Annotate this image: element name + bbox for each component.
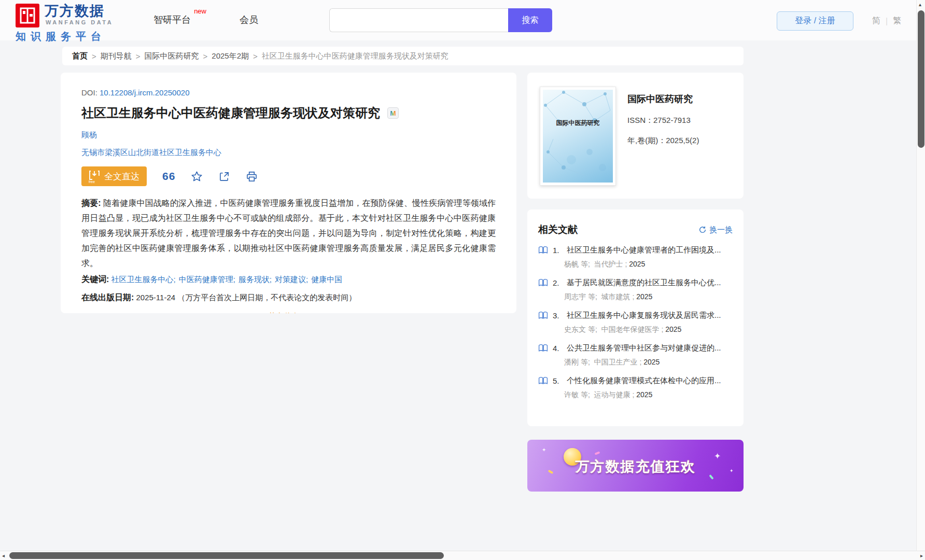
related-item-number: 2. bbox=[553, 278, 562, 287]
article-card: DOI: 10.12208/j.ircm.20250020 社区卫生服务中心中医… bbox=[61, 73, 516, 313]
related-item: 4. 公共卫生服务管理中社区参与对健康促进的... 潘刚 等; 中国卫生产业 ;… bbox=[538, 343, 733, 367]
issn-label: ISSN： bbox=[627, 116, 653, 124]
article-title: 社区卫生服务中心中医药健康管理服务现状及对策研究 bbox=[81, 105, 380, 121]
author-line: 顾杨 bbox=[81, 130, 496, 140]
logo-subtitle: WANFANG DATA bbox=[46, 19, 113, 25]
breadcrumb: 首页 > 期刊导航 > 国际中医药研究 > 2025年2期 > 社区卫生服务中心… bbox=[62, 47, 744, 65]
related-item: 3. 社区卫生服务中心康复服务现状及居民需求... 史东文 等; 中国老年保健医… bbox=[538, 311, 733, 334]
keyword-link[interactable]: 中医药健康管理; bbox=[179, 275, 235, 284]
volume-label: 年,卷(期)： bbox=[627, 136, 666, 145]
related-item-meta: 潘刚 等; 中国卫生产业 ; 2025 bbox=[538, 358, 733, 367]
search-input[interactable] bbox=[329, 8, 508, 32]
lang-traditional[interactable]: 繁 bbox=[893, 16, 901, 26]
keyword-link[interactable]: 服务现状; bbox=[239, 275, 272, 284]
login-register-button[interactable]: 登录 / 注册 bbox=[777, 11, 853, 31]
related-item: 2. 基于居民就医满意度的社区卫生服务中心优... 周志宇 等; 城市建筑 ; … bbox=[538, 278, 733, 302]
related-item-title[interactable]: 基于居民就医满意度的社区卫生服务中心优... bbox=[567, 278, 721, 288]
breadcrumb-journal[interactable]: 国际中医药研究 bbox=[145, 51, 199, 61]
related-item: 5. 个性化服务健康管理模式在体检中心的应用... 许敏 等; 运动与健康 ; … bbox=[538, 376, 733, 400]
scroll-left-arrow[interactable]: ◂ bbox=[2, 553, 5, 558]
promo-banner[interactable]: ✦ ✦ ✦ 万方数据充值狂欢 bbox=[527, 440, 744, 492]
breadcrumb-separator: > bbox=[92, 52, 96, 61]
breadcrumb-home[interactable]: 首页 bbox=[72, 51, 88, 61]
pubdate-note: （万方平台首次上网日期，不代表论文的发表时间） bbox=[177, 293, 356, 302]
scroll-right-arrow[interactable]: ▸ bbox=[920, 553, 923, 558]
site-logo[interactable]: 万方数据 WANFANG DATA 知识服务平台 bbox=[16, 4, 113, 44]
journal-card: 国际中医药研究 国际中医药研究 ISSN：2752-7913 年,卷(期)：20… bbox=[527, 73, 744, 199]
logo-title: 万方数据 bbox=[45, 4, 113, 18]
cite-icon[interactable]: 66 bbox=[162, 170, 175, 183]
issn-value: 2752-7913 bbox=[653, 116, 691, 124]
related-literature-card: 相关文献 换一换 1. 社区卫生服务中心健康管理者的工作困境及... 杨帆 等;… bbox=[527, 209, 744, 426]
print-icon[interactable] bbox=[246, 171, 258, 183]
related-item-number: 5. bbox=[553, 376, 562, 385]
abstract-label: 摘要: bbox=[81, 199, 101, 207]
favorite-star-icon[interactable] bbox=[191, 171, 203, 183]
promo-banner-text: 万方数据充值狂欢 bbox=[527, 457, 744, 476]
breadcrumb-separator: > bbox=[136, 52, 141, 61]
abstract-text: 随着健康中国战略的深入推进，中医药健康管理服务重视度日益增加，在预防保健、慢性疾… bbox=[81, 199, 496, 268]
related-title: 相关文献 bbox=[538, 223, 578, 236]
vertical-scrollbar-thumb[interactable] bbox=[918, 10, 924, 148]
lang-simplified[interactable]: 简 bbox=[872, 16, 880, 26]
book-icon bbox=[538, 278, 548, 287]
wanfang-logo-icon bbox=[16, 4, 39, 27]
scroll-up-arrow[interactable]: ▴ bbox=[919, 2, 921, 7]
breadcrumb-separator: > bbox=[253, 52, 258, 61]
abstract: 摘要: 随着健康中国战略的深入推进，中医药健康管理服务重视度日益增加，在预防保健… bbox=[81, 195, 496, 271]
related-item-meta: 史东文 等; 中国老年保健医学 ; 2025 bbox=[538, 325, 733, 334]
fulltext-button[interactable]: free 全文直达 bbox=[81, 166, 147, 186]
refresh-related-button[interactable]: 换一换 bbox=[698, 225, 733, 235]
pubdate-label: 在线出版日期: bbox=[81, 293, 134, 302]
book-icon bbox=[538, 246, 548, 255]
nav-item-member[interactable]: 会员 bbox=[240, 13, 258, 26]
breadcrumb-issue[interactable]: 2025年2期 bbox=[212, 51, 249, 61]
vertical-scrollbar[interactable]: ▴ bbox=[916, 0, 925, 551]
breadcrumb-separator: > bbox=[203, 52, 208, 61]
breadcrumb-journal-nav[interactable]: 期刊导航 bbox=[101, 51, 132, 61]
language-switch: 简 | 繁 bbox=[872, 16, 901, 26]
doi-link[interactable]: 10.12208/j.ircm.20250020 bbox=[100, 88, 189, 97]
new-badge: new bbox=[194, 7, 206, 15]
related-item-title[interactable]: 社区卫生服务中心康复服务现状及居民需求... bbox=[567, 311, 721, 320]
search-bar: 搜索 bbox=[329, 8, 552, 32]
keyword-link[interactable]: 社区卫生服务中心; bbox=[111, 275, 176, 284]
journal-cover[interactable]: 国际中医药研究 bbox=[540, 87, 616, 186]
journal-volume: 年,卷(期)：2025,5(2) bbox=[627, 136, 699, 146]
english-info-toggle[interactable]: 英文信息 bbox=[81, 312, 496, 313]
volume-value: 2025,5(2) bbox=[666, 136, 699, 145]
article-actions: free 全文直达 66 bbox=[81, 166, 496, 186]
related-item-title[interactable]: 个性化服务健康管理模式在体检中心的应用... bbox=[567, 376, 721, 386]
site-header: 万方数据 WANFANG DATA 知识服务平台 智研平台 new 会员 搜索 … bbox=[0, 0, 925, 40]
horizontal-scrollbar[interactable]: ◂ ▸ bbox=[0, 551, 925, 560]
sparkle-icon: ✦ bbox=[542, 447, 546, 453]
logo-tagline: 知识服务平台 bbox=[16, 30, 113, 44]
search-button[interactable]: 搜索 bbox=[508, 8, 552, 32]
related-item-number: 3. bbox=[553, 311, 562, 320]
horizontal-scrollbar-thumb[interactable] bbox=[9, 552, 444, 559]
refresh-icon bbox=[698, 226, 707, 234]
pubdate-line: 在线出版日期: 2025-11-24 （万方平台首次上网日期，不代表论文的发表时… bbox=[81, 292, 496, 303]
journal-issn: ISSN：2752-7913 bbox=[627, 116, 699, 125]
related-item-title[interactable]: 社区卫生服务中心健康管理者的工作困境及... bbox=[567, 245, 721, 255]
keywords-label: 关键词: bbox=[81, 275, 109, 284]
share-icon[interactable] bbox=[218, 171, 230, 183]
book-icon bbox=[538, 344, 548, 353]
doi-line: DOI: 10.12208/j.ircm.20250020 bbox=[81, 88, 496, 97]
banner-decoration bbox=[595, 451, 600, 455]
nav-item-zhiyan[interactable]: 智研平台 new bbox=[153, 13, 191, 26]
pubdate-value: 2025-11-24 bbox=[136, 293, 176, 302]
metrics-badge[interactable]: M bbox=[387, 107, 399, 119]
keywords-line: 关键词: 社区卫生服务中心;中医药健康管理;服务现状;对策建议;健康中国 bbox=[81, 274, 496, 285]
journal-cover-title: 国际中医药研究 bbox=[543, 119, 613, 128]
related-item-meta: 周志宇 等; 城市建筑 ; 2025 bbox=[538, 292, 733, 302]
journal-title-link[interactable]: 国际中医药研究 bbox=[627, 93, 699, 105]
related-item-title[interactable]: 公共卫生服务管理中社区参与对健康促进的... bbox=[567, 343, 721, 353]
affiliation-link[interactable]: 无锡市梁溪区山北街道社区卫生服务中心 bbox=[81, 148, 496, 158]
related-item-number: 1. bbox=[553, 246, 562, 255]
book-icon bbox=[538, 311, 548, 320]
related-item-meta: 杨帆 等; 当代护士 ; 2025 bbox=[538, 260, 733, 269]
author-link[interactable]: 顾杨 bbox=[81, 130, 97, 139]
keyword-link[interactable]: 健康中国 bbox=[311, 275, 342, 284]
keyword-link[interactable]: 对策建议; bbox=[275, 275, 308, 284]
